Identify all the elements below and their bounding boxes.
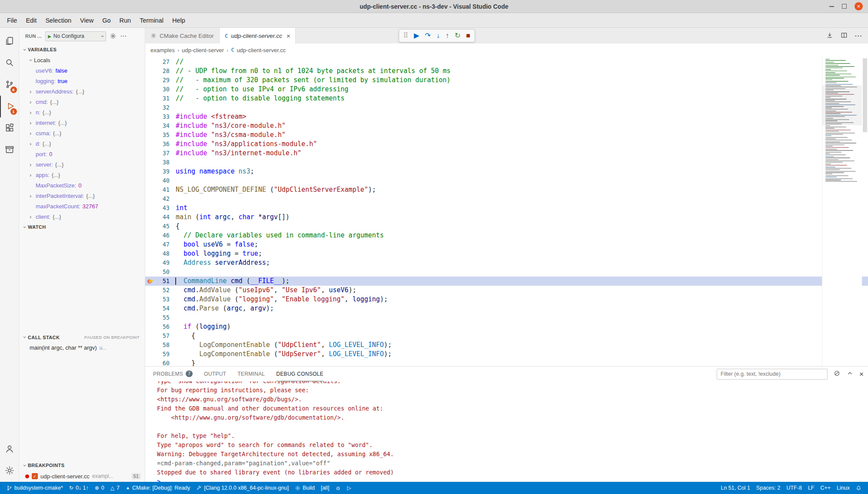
split-editor-icon[interactable]: [840, 31, 848, 40]
minimap[interactable]: [822, 57, 862, 366]
more-actions-icon[interactable]: ⋯: [120, 32, 127, 40]
code-line-58[interactable]: 58 LogComponentEnable ("UdpClient", LOG_…: [145, 340, 868, 350]
code-line-27[interactable]: 27//: [145, 57, 868, 67]
menu-terminal[interactable]: Terminal: [135, 13, 168, 27]
activity-package[interactable]: [0, 139, 19, 161]
editor-scrollbar[interactable]: [863, 58, 867, 132]
stack-frame-row[interactable]: main(int argc, char ** argv) u...: [19, 343, 145, 353]
code-line-48[interactable]: 48 bool logging = true;: [145, 249, 868, 258]
expand-chevron-icon[interactable]: ›: [30, 140, 36, 147]
tab-udp-client-server[interactable]: C udp-client-server.cc ×: [220, 28, 296, 43]
console-input-row[interactable]: >: [157, 477, 868, 482]
clear-console-icon[interactable]: [833, 370, 841, 378]
git-sync-status[interactable]: ↻0↓ 1↑: [66, 482, 92, 494]
menu-go[interactable]: Go: [98, 13, 115, 27]
maximize-button[interactable]: [842, 4, 847, 9]
code-line-47[interactable]: 47 bool useV6 = false;: [145, 240, 868, 249]
code-line-37[interactable]: 37#include "ns3/internet-module.h": [145, 149, 868, 158]
debug-settings-gear-icon[interactable]: [110, 33, 117, 40]
code-line-29[interactable]: 29// - maximum of 320 packets sent (or l…: [145, 76, 868, 85]
variable-row[interactable]: ›interPacketInterval:{...}: [19, 190, 145, 201]
tab-cmake-cache-editor[interactable]: CMake Cache Editor: [145, 28, 220, 43]
code-line-32[interactable]: 32: [145, 103, 868, 112]
restart-button[interactable]: ↻: [454, 32, 460, 39]
code-line-34[interactable]: 34#include "ns3/core-module.h": [145, 121, 868, 130]
expand-chevron-icon[interactable]: ›: [30, 99, 36, 105]
eol-status[interactable]: LF: [805, 482, 818, 494]
variable-row[interactable]: ›MaxPacketSize:0: [19, 180, 145, 190]
more-actions-icon[interactable]: ⋯: [855, 31, 862, 40]
indentation-status[interactable]: Spaces: 2: [753, 482, 784, 494]
code-line-59[interactable]: 59 LogComponentEnable ("UdpServer", LOG_…: [145, 350, 868, 359]
code-line-35[interactable]: 35#include "ns3/csma-module.h": [145, 130, 868, 140]
step-out-button[interactable]: ↑: [445, 32, 449, 39]
code-line-38[interactable]: 38: [145, 158, 868, 167]
variable-row[interactable]: ›serverAddress:{...}: [19, 86, 145, 97]
code-line-31[interactable]: 31// - option to disable logging stateme…: [145, 94, 868, 103]
code-line-28[interactable]: 28// - UDP flow from n0 to n1 of 1024 by…: [145, 67, 868, 76]
expand-chevron-icon[interactable]: ›: [30, 193, 36, 199]
stop-button[interactable]: ■: [466, 32, 471, 39]
menu-selection[interactable]: Selection: [41, 13, 76, 27]
breadcrumb-item[interactable]: udp-client-server.cc: [237, 47, 286, 53]
breadcrumb-item[interactable]: examples: [150, 47, 175, 53]
cmake-debug-button[interactable]: [332, 482, 344, 494]
cmake-build-target[interactable]: [all]: [318, 482, 332, 494]
variable-row[interactable]: ›csma:{...}: [19, 128, 145, 138]
start-debug-icon[interactable]: ▶: [48, 34, 51, 39]
variable-row[interactable]: ›logging:true: [19, 76, 145, 86]
code-line-46[interactable]: 46 // Declare variables used in command-…: [145, 231, 868, 240]
close-tab-icon[interactable]: ×: [287, 32, 290, 40]
step-over-button[interactable]: ↷: [425, 32, 431, 39]
code-line-45[interactable]: 45{: [145, 222, 868, 231]
os-indicator[interactable]: Linux: [834, 482, 853, 494]
cmake-kit-status[interactable]: [Clang 12.0.0 x86_64-pc-linux-gnu]: [193, 482, 292, 494]
variable-row[interactable]: ›server:{...}: [19, 159, 145, 170]
variable-row[interactable]: ›cmd:{...}: [19, 97, 145, 107]
code-line-60[interactable]: 60 }: [145, 359, 868, 366]
code-line-44[interactable]: 44main (int argc, char *argv[]): [145, 213, 868, 222]
variable-row[interactable]: ›port:0: [19, 149, 145, 159]
cmake-launch-button[interactable]: ▷: [344, 482, 354, 494]
code-editor[interactable]: 27//28// - UDP flow from n0 to n1 of 102…: [145, 57, 868, 366]
code-line-42[interactable]: 42: [145, 194, 868, 204]
menu-file[interactable]: File: [3, 13, 21, 27]
continue-button[interactable]: ▶: [414, 32, 419, 39]
activity-account[interactable]: [0, 438, 19, 460]
variable-row[interactable]: ›internet:{...}: [19, 117, 145, 128]
menu-edit[interactable]: Edit: [21, 13, 41, 27]
expand-chevron-icon[interactable]: ›: [30, 130, 36, 137]
debug-config-dropdown[interactable]: ▶ No Configura ›: [45, 31, 106, 41]
scope-locals[interactable]: › Locals: [19, 55, 145, 65]
expand-chevron-icon[interactable]: ›: [30, 172, 36, 178]
git-branch-status[interactable]: buildsystem-cmake*: [3, 482, 66, 494]
variable-row[interactable]: ›n:{...}: [19, 107, 145, 117]
warnings-status[interactable]: △7: [107, 482, 123, 494]
menu-help[interactable]: Help: [168, 13, 190, 27]
encoding-status[interactable]: UTF-8: [783, 482, 805, 494]
minimap-slider[interactable]: [822, 85, 862, 125]
code-line-56[interactable]: 56 if (logging): [145, 322, 868, 331]
section-variables[interactable]: › VARIABLES: [19, 44, 145, 55]
panel-tab-debug-console[interactable]: DEBUG CONSOLE: [276, 367, 324, 381]
console-filter-input[interactable]: [717, 369, 828, 380]
breakpoint-checkbox[interactable]: ✓: [32, 473, 38, 479]
code-line-30[interactable]: 30// - option to use IPv4 or IPv6 addres…: [145, 85, 868, 94]
expand-chevron-icon[interactable]: ›: [30, 88, 36, 95]
code-line-54[interactable]: 54 cmd.Parse (argc, argv);: [145, 304, 868, 313]
panel-tab-problems[interactable]: PROBLEMS7: [153, 367, 193, 381]
code-line-43[interactable]: 43int: [145, 204, 868, 213]
download-icon[interactable]: [826, 31, 834, 40]
activity-source-control[interactable]: 6: [0, 74, 19, 96]
variable-row[interactable]: ›d:{...}: [19, 138, 145, 149]
activity-settings[interactable]: [0, 460, 19, 482]
code-line-57[interactable]: 57 {: [145, 331, 868, 340]
language-mode[interactable]: C++: [817, 482, 834, 494]
activity-explorer[interactable]: [0, 30, 19, 52]
chevron-up-icon[interactable]: [846, 370, 854, 378]
code-line-53[interactable]: 53 cmd.AddValue ("logging", "Enable logg…: [145, 295, 868, 304]
code-line-40[interactable]: 40: [145, 176, 868, 185]
cmake-status[interactable]: ▲CMake: [Debug]: Ready: [123, 482, 193, 494]
close-button[interactable]: ×: [855, 2, 863, 10]
variable-row[interactable]: ›client:{...}: [19, 211, 145, 222]
